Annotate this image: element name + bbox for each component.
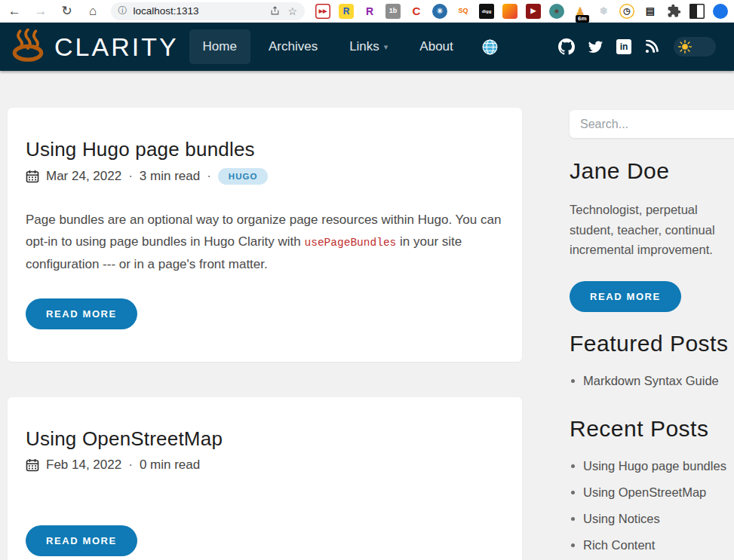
- recent-post-item[interactable]: Using OpenStreetMap: [570, 485, 734, 500]
- tree-teal-ext-icon[interactable]: ♠: [549, 4, 564, 19]
- post-summary: Page bundles are an optional way to orga…: [26, 209, 504, 275]
- post-title[interactable]: Using Hugo page bundles: [26, 138, 504, 161]
- reader-ext-icon[interactable]: ▤: [643, 4, 658, 19]
- site-title[interactable]: CLARITY: [54, 32, 179, 62]
- browser-window: ← → ↻ ⌂ ⓘ localhost:1313 ☆ ▶▶RR1bC✳SQdig…: [0, 0, 734, 560]
- search-input[interactable]: [570, 110, 734, 138]
- nav-item-links-label: Links: [349, 39, 379, 54]
- nav-item-archives[interactable]: Archives: [255, 29, 331, 64]
- nav-item-home[interactable]: Home: [189, 29, 250, 64]
- wheel-blue-ext-icon[interactable]: ✳: [432, 4, 447, 19]
- fast-forward-ext-icon[interactable]: ▶▶: [315, 4, 330, 19]
- gauge-ext-icon[interactable]: ◷: [619, 4, 634, 19]
- r-purple-ext-icon[interactable]: R: [362, 4, 377, 19]
- hot-spring-logo-icon[interactable]: [9, 29, 47, 65]
- recent-posts-list: Using Hugo page bundlesUsing OpenStreetM…: [570, 459, 734, 552]
- recent-post-item[interactable]: Rich Content: [570, 538, 734, 552]
- read-time: 3 min read: [140, 169, 200, 184]
- featured-post-item[interactable]: Markdown Syntax Guide: [570, 374, 734, 388]
- address-bar[interactable]: ⓘ localhost:1313 ☆: [111, 2, 306, 20]
- six-minutes-ext-icon[interactable]: ♟6m: [573, 4, 588, 19]
- bookmark-star-icon[interactable]: ☆: [287, 5, 297, 17]
- main-menu: Home Archives Links▾ About: [189, 23, 471, 71]
- url-text[interactable]: localhost:1313: [134, 5, 271, 17]
- share-icon[interactable]: [270, 6, 280, 16]
- social-links: in: [558, 38, 659, 55]
- nav-item-links[interactable]: Links▾: [336, 29, 401, 64]
- contrast-ext-icon[interactable]: [689, 4, 705, 19]
- calendar-icon: [26, 458, 39, 472]
- sun-icon: [677, 39, 693, 54]
- recent-post-item[interactable]: Using Hugo page bundles: [570, 459, 734, 473]
- nav-item-about[interactable]: About: [406, 29, 466, 64]
- featured-posts-list: Markdown Syntax Guide: [570, 374, 734, 388]
- post-card: Using Hugo page bundles Mar 24, 2022 · 3…: [8, 108, 522, 362]
- snowflake-ext-icon[interactable]: ❄: [596, 4, 611, 19]
- browser-toolbar: ← → ↻ ⌂ ⓘ localhost:1313 ☆ ▶▶RR1bC✳SQdig…: [0, 0, 734, 23]
- onebit-ext-icon[interactable]: 1b: [385, 4, 401, 19]
- profile-avatar-icon[interactable]: [713, 4, 728, 19]
- c-red-ext-icon[interactable]: C: [409, 4, 424, 19]
- meta-separator: ·: [128, 169, 133, 184]
- r-yellow-ext-icon[interactable]: R: [339, 4, 354, 19]
- sidebar: Jane Doe Technologist, perpetual student…: [570, 110, 734, 560]
- post-meta: Feb 14, 2022 · 0 min read: [26, 457, 504, 473]
- flame-ext-icon[interactable]: [502, 4, 517, 19]
- author-read-more-button[interactable]: READ MORE: [570, 281, 681, 312]
- meta-separator: ·: [207, 169, 211, 184]
- linkedin-icon[interactable]: in: [616, 39, 631, 54]
- post-date: Feb 14, 2022: [46, 457, 121, 473]
- extensions-row: ▶▶RR1bC✳SQdigg▶♠♟6m❄◷▤: [315, 4, 728, 19]
- author-bio: Technologist, perpetual student, teacher…: [570, 200, 734, 260]
- tag-hugo[interactable]: HUGO: [218, 168, 269, 185]
- inline-code: usePageBundles: [305, 237, 397, 249]
- reload-icon[interactable]: ↻: [58, 5, 75, 17]
- author-name[interactable]: Jane Doe: [570, 158, 734, 184]
- digg-ext-icon[interactable]: digg: [479, 4, 494, 19]
- twitter-icon[interactable]: [588, 39, 603, 55]
- featured-posts-heading: Featured Posts: [570, 331, 734, 357]
- post-meta: Mar 24, 2022 · 3 min read · HUGO: [26, 168, 504, 185]
- rss-icon[interactable]: [644, 40, 659, 54]
- site-navbar: CLARITY Home Archives Links▾ About: [0, 23, 734, 71]
- forward-icon[interactable]: →: [32, 5, 50, 17]
- language-globe-icon[interactable]: [482, 39, 498, 55]
- six-minutes-badge: 6m: [576, 15, 589, 23]
- recent-post-item[interactable]: Using Notices: [570, 512, 734, 526]
- read-more-button[interactable]: READ MORE: [26, 525, 137, 556]
- extensions-puzzle-icon[interactable]: [666, 4, 681, 19]
- back-icon[interactable]: ←: [6, 5, 23, 17]
- post-card: Using OpenStreetMap Feb 14, 2022 · 0 min…: [8, 397, 522, 560]
- calendar-icon: [26, 170, 39, 183]
- play-red-ext-icon[interactable]: ▶: [526, 4, 541, 19]
- chevron-down-icon: ▾: [384, 42, 388, 52]
- github-icon[interactable]: [558, 38, 575, 55]
- theme-toggle[interactable]: [674, 37, 716, 57]
- post-date: Mar 24, 2022: [46, 169, 121, 184]
- site-info-icon[interactable]: ⓘ: [118, 5, 127, 17]
- sq-orange-ext-icon[interactable]: SQ: [456, 4, 471, 19]
- meta-separator: ·: [128, 457, 133, 473]
- page-content: Using Hugo page bundles Mar 24, 2022 · 3…: [0, 71, 734, 560]
- home-icon[interactable]: ⌂: [84, 5, 102, 17]
- read-time: 0 min read: [140, 457, 200, 473]
- post-title[interactable]: Using OpenStreetMap: [26, 427, 504, 451]
- read-more-button[interactable]: READ MORE: [26, 298, 137, 329]
- recent-posts-heading: Recent Posts: [570, 416, 734, 442]
